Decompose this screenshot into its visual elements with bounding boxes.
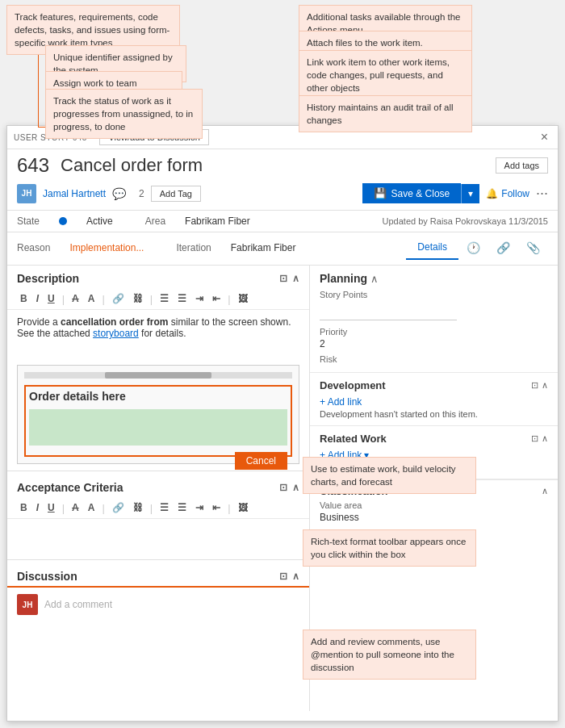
follow-btn[interactable]: 🔔 Follow bbox=[486, 188, 529, 199]
tooltip-history: History maintains an audit trail of all … bbox=[299, 95, 472, 132]
save-icon: 💾 bbox=[374, 187, 387, 199]
dev-add-link-btn[interactable]: + Add link bbox=[320, 395, 362, 409]
italic-btn[interactable]: I bbox=[33, 291, 42, 306]
dev-expand-icon[interactable]: ⊡ bbox=[531, 380, 538, 391]
comment-placeholder[interactable]: Add a comment bbox=[44, 599, 299, 610]
add-tags-btn[interactable]: Add tags bbox=[496, 157, 548, 174]
iteration-value[interactable]: Fabrikam Fiber bbox=[231, 242, 296, 253]
links-icon[interactable]: 🔗 bbox=[488, 236, 518, 260]
acc-format-btn[interactable]: A bbox=[85, 500, 98, 515]
left-panel: Description ⊡ ∧ B I U | A A | 🔗 ⛓ bbox=[7, 266, 310, 711]
avatar: JH bbox=[17, 184, 36, 203]
acc-image-btn[interactable]: 🖼 bbox=[235, 500, 251, 515]
reason-label: Reason bbox=[17, 242, 50, 253]
discussion-expand-icon[interactable]: ⊡ bbox=[279, 571, 287, 582]
tab-details[interactable]: Details bbox=[406, 236, 458, 260]
sep2: | bbox=[102, 293, 104, 305]
acc-indent-btn[interactable]: ⇥ bbox=[192, 500, 207, 515]
acc-outdent-btn[interactable]: ⇤ bbox=[209, 500, 224, 515]
state-value[interactable]: Active bbox=[86, 215, 113, 227]
expand-icon[interactable]: ⊡ bbox=[279, 273, 287, 284]
discussion-section: Discussion ⊡ ∧ JH Add a comment bbox=[7, 559, 309, 621]
bold-btn[interactable]: B bbox=[17, 291, 31, 306]
mock-scrollbar-thumb bbox=[105, 372, 212, 379]
underline-btn[interactable]: U bbox=[44, 291, 58, 306]
sep1: | bbox=[62, 293, 65, 305]
unlink-btn[interactable]: ⛓ bbox=[130, 291, 146, 306]
editor-area[interactable]: Provide a cancellation order from simila… bbox=[7, 310, 309, 358]
work-item-title: Cancel order form bbox=[61, 155, 488, 176]
class-collapse-icon[interactable]: ∧ bbox=[542, 486, 548, 496]
title-row: 643 Cancel order form Add tags bbox=[7, 149, 558, 180]
reason-value[interactable]: Implementation... bbox=[69, 242, 144, 253]
rw-collapse-icon[interactable]: ∧ bbox=[542, 433, 548, 444]
planning-title: Planning bbox=[320, 272, 367, 285]
discussion-expand: ⊡ ∧ bbox=[279, 571, 299, 582]
acc-underline-btn[interactable]: U bbox=[44, 500, 58, 515]
rw-expand-icon[interactable]: ⊡ bbox=[531, 433, 538, 444]
action-row: JH Jamal Hartnett 💬 2 Add Tag 💾 Save & C… bbox=[7, 180, 558, 211]
iteration-label: Iteration bbox=[176, 242, 211, 253]
acceptance-expand: ⊡ ∧ bbox=[279, 482, 299, 493]
development-section: Development ⊡ ∧ + Add link Development h… bbox=[310, 373, 558, 426]
sep3: | bbox=[150, 293, 153, 305]
planning-collapse[interactable]: ∧ bbox=[370, 273, 379, 285]
indent-btn[interactable]: ⇥ bbox=[192, 291, 207, 306]
development-title: Development bbox=[320, 379, 531, 391]
mock-cancel-btn: Cancel bbox=[235, 452, 287, 470]
add-tag-btn[interactable]: Add Tag bbox=[151, 186, 201, 202]
acc-strikethrough-btn[interactable]: A bbox=[69, 500, 82, 515]
link-btn[interactable]: 🔗 bbox=[109, 291, 128, 306]
attachments-icon[interactable]: 📎 bbox=[518, 236, 548, 260]
description-section: Description ⊡ ∧ B I U | A A | 🔗 ⛓ bbox=[7, 266, 309, 464]
save-close-btn[interactable]: 💾 Save & Close bbox=[362, 183, 462, 203]
acc-italic-btn[interactable]: I bbox=[33, 500, 42, 515]
outdent-btn[interactable]: ⇤ bbox=[209, 291, 224, 306]
story-points-label: Story Points bbox=[320, 290, 548, 299]
acc-unlink-btn[interactable]: ⛓ bbox=[130, 500, 146, 515]
collapse-icon[interactable]: ∧ bbox=[292, 273, 299, 284]
ul-btn[interactable]: ☰ bbox=[174, 291, 190, 306]
more-btn[interactable]: ··· bbox=[536, 185, 548, 202]
tooltip-track-status: Track the status of work as it progresse… bbox=[45, 89, 203, 139]
updated-info: Updated by Raisa Pokrovskaya 11/3/2015 bbox=[383, 216, 548, 226]
value-area-value[interactable]: Business bbox=[320, 512, 548, 523]
acceptance-section: Acceptance Criteria ⊡ ∧ B I U | A A | 🔗 bbox=[7, 471, 309, 559]
area-label: Area bbox=[145, 215, 165, 227]
value-area-label: Value area bbox=[320, 500, 548, 510]
strikethrough-btn[interactable]: A bbox=[69, 291, 82, 306]
acceptance-expand-icon[interactable]: ⊡ bbox=[279, 482, 287, 493]
tooltip-rich-text: Rich-text format toolbar appears once yo… bbox=[303, 529, 476, 567]
acc-bold-btn[interactable]: B bbox=[17, 500, 31, 515]
storyboard-link[interactable]: storyboard bbox=[93, 328, 139, 339]
acceptance-title: Acceptance Criteria bbox=[17, 481, 123, 494]
acc-link-btn[interactable]: 🔗 bbox=[109, 500, 128, 515]
bell-icon: 🔔 bbox=[486, 188, 498, 199]
close-btn[interactable]: × bbox=[538, 130, 551, 144]
acc-ul-btn[interactable]: ☰ bbox=[174, 500, 190, 515]
comment-avatar: JH bbox=[17, 594, 38, 615]
dev-note: Development hasn't started on this item. bbox=[320, 409, 548, 419]
story-points-input[interactable] bbox=[320, 301, 457, 320]
save-dropdown-btn[interactable]: ▾ bbox=[461, 184, 479, 203]
meta-row: State Active Area Fabrikam Fiber Updated… bbox=[7, 211, 558, 232]
acc-ol-btn[interactable]: ☰ bbox=[157, 500, 172, 515]
discussion-collapse-icon[interactable]: ∧ bbox=[292, 571, 299, 582]
state-label: State bbox=[17, 215, 40, 227]
comment-count: 2 bbox=[139, 188, 144, 199]
area-value[interactable]: Fabrikam Fiber bbox=[185, 215, 250, 227]
mock-green-box bbox=[29, 409, 287, 446]
history-icon[interactable]: 🕐 bbox=[458, 236, 488, 260]
assignee-name[interactable]: Jamal Hartnett bbox=[43, 188, 106, 199]
format-btn[interactable]: A bbox=[85, 291, 98, 306]
dev-collapse-icon[interactable]: ∧ bbox=[542, 380, 548, 391]
mock-scrollbar bbox=[24, 372, 292, 379]
acceptance-toolbar: B I U | A A | 🔗 ⛓ | ☰ ☰ ⇥ ⇤ | 🖼 bbox=[7, 497, 309, 519]
mock-content: Order details here Cancel bbox=[24, 385, 292, 457]
ol-btn[interactable]: ☰ bbox=[157, 291, 172, 306]
image-btn[interactable]: 🖼 bbox=[235, 291, 251, 306]
state-dot bbox=[59, 217, 67, 225]
acceptance-collapse-icon[interactable]: ∧ bbox=[292, 482, 299, 493]
reason-row: Reason Implementation... Iteration Fabri… bbox=[7, 232, 558, 266]
acceptance-editor[interactable] bbox=[7, 519, 309, 559]
